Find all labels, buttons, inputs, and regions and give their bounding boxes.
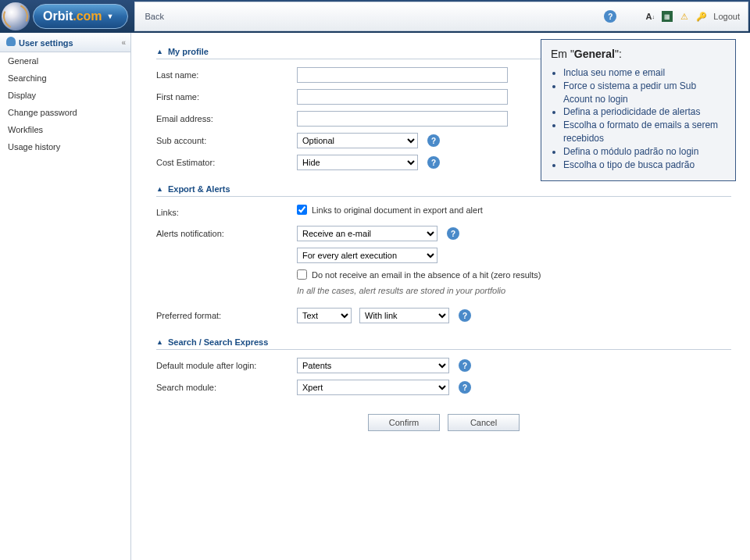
logout-link[interactable]: Logout (713, 12, 740, 21)
help-icon[interactable]: ? (427, 156, 440, 169)
sidebar-item-usage-history[interactable]: Usage history (0, 138, 130, 155)
font-size-icon[interactable]: A↓ (645, 11, 655, 22)
first-name-input[interactable] (297, 89, 508, 105)
preferred-format-label: Preferred format: (156, 311, 297, 320)
email-label: Email address: (156, 114, 297, 123)
links-checkbox[interactable] (297, 205, 307, 215)
warning-icon[interactable]: ⚠ (679, 11, 690, 22)
help-icon[interactable]: ? (604, 10, 616, 23)
cost-estimator-label: Cost Estimator: (156, 158, 297, 167)
triangle-up-icon: ▲ (156, 338, 163, 346)
email-input[interactable] (297, 111, 508, 127)
help-icon[interactable]: ? (459, 359, 471, 372)
hint-item: Force o sistema a pedir um Sub Acount no… (563, 80, 726, 106)
top-bar: Orbit.com ▼ Back ? A↓ ▦ ⚠ 🔑 Logout (0, 0, 750, 33)
section-search[interactable]: ▲ Search / Search Express (156, 337, 731, 350)
sub-account-label: Sub account: (156, 136, 297, 145)
hint-item: Escolha o formato de emails a serem rece… (563, 119, 726, 145)
no-receive-label: Do not receive an email in the absence o… (312, 270, 541, 280)
links-checkbox-label: Links to original document in export and… (312, 205, 483, 215)
key-icon[interactable]: 🔑 (696, 11, 707, 22)
toolbar-strip: Back ? A↓ ▦ ⚠ 🔑 Logout (134, 2, 748, 31)
triangle-up-icon: ▲ (156, 48, 163, 55)
collapse-icon[interactable]: « (121, 38, 124, 47)
help-icon[interactable]: ? (459, 309, 471, 322)
sidebar-item-workfiles[interactable]: Workfiles (0, 121, 130, 138)
first-name-label: First name: (156, 92, 297, 102)
button-bar: Confirm Cancel (156, 414, 731, 431)
sub-account-select[interactable]: Optional (297, 133, 418, 148)
sidebar-item-general[interactable]: General (0, 52, 130, 70)
hint-item: Inclua seu nome e email (563, 66, 726, 80)
back-link[interactable]: Back (145, 12, 163, 21)
brand-pill: Orbit.com ▼ (33, 4, 128, 29)
orbit-globe-icon (2, 2, 30, 30)
hint-item: Defina a periodicidade de alertas (563, 105, 726, 119)
user-icon (6, 37, 16, 46)
section-export-alerts[interactable]: ▲ Export & Alerts (156, 184, 731, 197)
last-name-label: Last name: (156, 70, 297, 80)
chevron-down-icon: ▼ (107, 12, 114, 20)
default-module-label: Default module after login: (156, 361, 297, 370)
help-icon[interactable]: ? (447, 227, 459, 240)
cancel-button[interactable]: Cancel (448, 414, 520, 431)
default-module-select[interactable]: Patents (297, 358, 449, 373)
alerts-notification-label: Alerts notification: (156, 229, 297, 238)
sidebar-item-searching[interactable]: Searching (0, 70, 130, 87)
help-icon[interactable]: ? (459, 381, 471, 394)
content-area: ▲ My profile Last name: First name: Emai… (131, 33, 750, 560)
preferred-format-select[interactable]: Text (297, 308, 352, 323)
sidebar-item-change-password[interactable]: Change password (0, 104, 130, 121)
app-grid-icon[interactable]: ▦ (662, 11, 673, 22)
no-receive-checkbox[interactable] (297, 269, 307, 280)
hint-callout: Em "General": Inclua seu nome e email Fo… (541, 39, 736, 181)
sidebar-header[interactable]: User settings « (0, 33, 130, 52)
triangle-up-icon: ▲ (156, 185, 163, 193)
search-module-select[interactable]: Xpert (297, 380, 449, 395)
confirm-button[interactable]: Confirm (368, 414, 440, 431)
cost-estimator-select[interactable]: Hide (297, 155, 418, 170)
alerts-notification-select[interactable]: Receive an e-mail (297, 226, 438, 241)
sidebar-item-display[interactable]: Display (0, 87, 130, 104)
search-module-label: Search module: (156, 383, 297, 392)
storage-note: In all the cases, alert results are stor… (297, 286, 505, 295)
preferred-link-select[interactable]: With link (359, 308, 449, 323)
brand-name: Orbit.com (43, 9, 102, 23)
brand-logo[interactable]: Orbit.com ▼ (0, 2, 128, 30)
hint-title: Em "General": (551, 48, 726, 60)
links-label: Links: (156, 208, 297, 217)
hint-item: Defina o módulo padrão no login (563, 145, 726, 159)
hint-item: Escolha o tipo de busca padrão (563, 159, 726, 172)
help-icon[interactable]: ? (427, 134, 440, 147)
sidebar: User settings « General Searching Displa… (0, 33, 131, 560)
last-name-input[interactable] (297, 67, 508, 83)
alerts-frequency-select[interactable]: For every alert execution (297, 248, 438, 263)
topbar-right: ? A↓ ▦ ⚠ 🔑 Logout (604, 10, 748, 23)
